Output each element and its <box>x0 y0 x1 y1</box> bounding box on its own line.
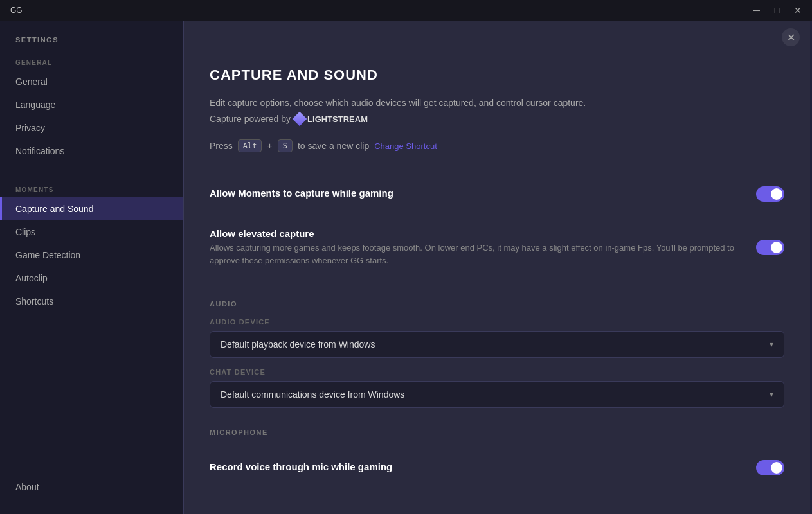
sidebar-item-privacy[interactable]: Privacy <box>0 116 183 139</box>
chat-device-dropdown[interactable]: Default communications device from Windo… <box>210 381 784 408</box>
sidebar: SETTINGS GENERAL General Language Privac… <box>0 21 183 514</box>
sidebar-item-shortcuts[interactable]: Shortcuts <box>0 290 183 313</box>
content-area: SETTINGS GENERAL General Language Privac… <box>0 21 812 514</box>
dialog-title: CAPTURE AND SOUND <box>210 67 784 84</box>
sidebar-item-general[interactable]: General <box>0 70 183 93</box>
lightstream-diamond-icon <box>293 112 307 127</box>
allow-moments-row: Allow Moments to capture while gaming <box>210 173 784 215</box>
audio-device-dropdown[interactable]: Default playback device from Windows ▾ <box>210 331 784 358</box>
allow-moments-content: Allow Moments to capture while gaming <box>210 188 756 201</box>
main-panel: ✕ CAPTURE AND SOUND Edit capture options… <box>183 21 812 514</box>
sidebar-item-autoclip[interactable]: Autoclip <box>0 267 183 290</box>
powered-by-row: Capture powered by LIGHTSTREAM <box>210 114 784 124</box>
app-window: GG ─ □ ✕ SETTINGS GENERAL General Langua… <box>0 0 812 514</box>
sidebar-item-about[interactable]: About <box>0 475 183 499</box>
sidebar-item-capture-and-sound[interactable]: Capture and Sound <box>0 197 183 220</box>
sidebar-section-label-moments: MOMENTS <box>0 179 183 197</box>
audio-device-chevron-icon: ▾ <box>770 340 773 349</box>
titlebar-title: GG <box>10 6 23 15</box>
shortcut-key-alt: Alt <box>238 139 262 152</box>
sidebar-item-notifications[interactable]: Notifications <box>0 139 183 163</box>
change-shortcut-link[interactable]: Change Shortcut <box>374 141 437 151</box>
allow-elevated-row: Allow elevated capture Allows capturing … <box>210 215 784 279</box>
allow-moments-title: Allow Moments to capture while gaming <box>210 188 741 199</box>
panel-bg: ✕ CAPTURE AND SOUND Edit capture options… <box>183 21 812 514</box>
microphone-setting-title: Record voice through mic while gaming <box>210 461 741 472</box>
microphone-toggle[interactable] <box>756 460 784 475</box>
microphone-section-label: MICROPHONE <box>210 429 784 436</box>
allow-elevated-desc: Allows capturing more games and keeps fo… <box>210 242 741 267</box>
chat-device-label: CHAT DEVICE <box>210 368 784 376</box>
sidebar-section-moments: MOMENTS Capture and Sound Clips Game Det… <box>0 179 183 313</box>
allow-elevated-slider <box>756 240 784 255</box>
shortcut-key-s: S <box>278 139 293 152</box>
window-close-button[interactable]: ✕ <box>789 4 807 17</box>
audio-device-label: AUDIO DEVICE <box>210 318 784 326</box>
titlebar-controls: ─ □ ✕ <box>748 4 807 17</box>
sidebar-item-clips[interactable]: Clips <box>0 220 183 244</box>
dialog-body: CAPTURE AND SOUND Edit capture options, … <box>184 54 810 514</box>
chat-device-chevron-icon: ▾ <box>770 390 773 399</box>
sidebar-item-language[interactable]: Language <box>0 93 183 116</box>
allow-moments-slider <box>756 186 784 202</box>
allow-elevated-title: Allow elevated capture <box>210 228 741 239</box>
allow-elevated-toggle[interactable] <box>756 240 784 255</box>
shortcut-prefix: Press <box>210 141 233 151</box>
lightstream-brand: LIGHTSTREAM <box>307 114 368 124</box>
powered-by-label: Capture powered by <box>210 114 291 124</box>
dialog-header: ✕ <box>184 21 810 54</box>
audio-device-value: Default playback device from Windows <box>221 339 375 350</box>
shortcut-row: Press Alt + S to save a new clip Change … <box>210 139 784 152</box>
sidebar-divider-bottom <box>15 470 167 470</box>
dialog-close-button[interactable]: ✕ <box>782 28 800 46</box>
sidebar-divider <box>15 173 167 173</box>
microphone-setting-row: Record voice through mic while gaming <box>210 447 784 488</box>
microphone-setting-content: Record voice through mic while gaming <box>210 461 756 475</box>
sidebar-header: SETTINGS <box>0 36 183 44</box>
shortcut-middle-text: to save a new clip <box>298 141 369 151</box>
settings-dialog: ✕ CAPTURE AND SOUND Edit capture options… <box>183 21 810 514</box>
sidebar-section-general: GENERAL General Language Privacy Notific… <box>0 51 183 163</box>
titlebar: GG ─ □ ✕ <box>0 0 812 21</box>
chat-device-group: CHAT DEVICE Default communications devic… <box>210 368 784 408</box>
audio-section-label: AUDIO <box>210 300 784 308</box>
sidebar-section-label-general: GENERAL <box>0 51 183 70</box>
lightstream-logo: LIGHTSTREAM <box>294 114 368 124</box>
chat-device-value: Default communications device from Windo… <box>221 389 404 400</box>
maximize-button[interactable]: □ <box>768 4 786 17</box>
allow-elevated-content: Allow elevated capture Allows capturing … <box>210 228 756 267</box>
sidebar-item-game-detection[interactable]: Game Detection <box>0 244 183 267</box>
microphone-slider <box>756 460 784 475</box>
dialog-description: Edit capture options, choose which audio… <box>210 96 784 110</box>
allow-moments-toggle[interactable] <box>756 186 784 202</box>
minimize-button[interactable]: ─ <box>748 4 766 17</box>
shortcut-plus: + <box>267 141 272 151</box>
audio-device-group: AUDIO DEVICE Default playback device fro… <box>210 318 784 358</box>
